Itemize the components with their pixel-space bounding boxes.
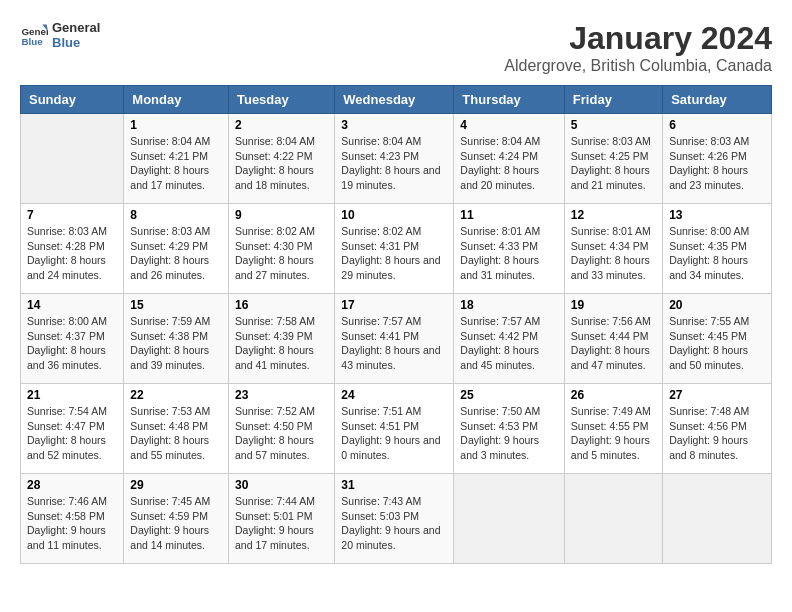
day-number: 2 [235,118,328,132]
calendar-cell: 20 Sunrise: 7:55 AM Sunset: 4:45 PM Dayl… [663,294,772,384]
daylight: Daylight: 9 hours and 0 minutes. [341,433,447,462]
sunrise: Sunrise: 7:58 AM [235,314,328,329]
sunset: Sunset: 4:50 PM [235,419,328,434]
daylight: Daylight: 8 hours and 24 minutes. [27,253,117,282]
day-number: 9 [235,208,328,222]
day-info: Sunrise: 8:01 AM Sunset: 4:34 PM Dayligh… [571,224,656,283]
page-subtitle: Aldergrove, British Columbia, Canada [504,57,772,75]
daylight: Daylight: 9 hours and 17 minutes. [235,523,328,552]
sunset: Sunset: 4:35 PM [669,239,765,254]
day-number: 19 [571,298,656,312]
calendar-cell: 17 Sunrise: 7:57 AM Sunset: 4:41 PM Dayl… [335,294,454,384]
title-area: January 2024 Aldergrove, British Columbi… [504,20,772,75]
daylight: Daylight: 8 hours and 18 minutes. [235,163,328,192]
day-info: Sunrise: 8:03 AM Sunset: 4:26 PM Dayligh… [669,134,765,193]
day-number: 31 [341,478,447,492]
day-number: 16 [235,298,328,312]
calendar-cell: 25 Sunrise: 7:50 AM Sunset: 4:53 PM Dayl… [454,384,565,474]
day-info: Sunrise: 8:03 AM Sunset: 4:25 PM Dayligh… [571,134,656,193]
col-wednesday: Wednesday [335,86,454,114]
day-number: 6 [669,118,765,132]
sunset: Sunset: 4:56 PM [669,419,765,434]
calendar-cell: 28 Sunrise: 7:46 AM Sunset: 4:58 PM Dayl… [21,474,124,564]
daylight: Daylight: 8 hours and 39 minutes. [130,343,222,372]
day-info: Sunrise: 7:46 AM Sunset: 4:58 PM Dayligh… [27,494,117,553]
calendar-cell: 31 Sunrise: 7:43 AM Sunset: 5:03 PM Dayl… [335,474,454,564]
daylight: Daylight: 9 hours and 14 minutes. [130,523,222,552]
day-info: Sunrise: 8:01 AM Sunset: 4:33 PM Dayligh… [460,224,558,283]
day-number: 29 [130,478,222,492]
daylight: Daylight: 8 hours and 34 minutes. [669,253,765,282]
sunset: Sunset: 4:31 PM [341,239,447,254]
calendar-cell: 1 Sunrise: 8:04 AM Sunset: 4:21 PM Dayli… [124,114,229,204]
day-number: 3 [341,118,447,132]
calendar-cell: 24 Sunrise: 7:51 AM Sunset: 4:51 PM Dayl… [335,384,454,474]
calendar-cell: 16 Sunrise: 7:58 AM Sunset: 4:39 PM Dayl… [228,294,334,384]
day-number: 24 [341,388,447,402]
sunrise: Sunrise: 7:54 AM [27,404,117,419]
header: General Blue General Blue January 2024 A… [20,20,772,75]
calendar-cell: 10 Sunrise: 8:02 AM Sunset: 4:31 PM Dayl… [335,204,454,294]
sunrise: Sunrise: 7:43 AM [341,494,447,509]
daylight: Daylight: 8 hours and 36 minutes. [27,343,117,372]
calendar-cell: 18 Sunrise: 7:57 AM Sunset: 4:42 PM Dayl… [454,294,565,384]
sunset: Sunset: 4:22 PM [235,149,328,164]
day-info: Sunrise: 7:53 AM Sunset: 4:48 PM Dayligh… [130,404,222,463]
page-title: January 2024 [504,20,772,57]
sunrise: Sunrise: 8:03 AM [571,134,656,149]
sunrise: Sunrise: 8:04 AM [130,134,222,149]
col-friday: Friday [564,86,662,114]
daylight: Daylight: 8 hours and 26 minutes. [130,253,222,282]
calendar-cell: 30 Sunrise: 7:44 AM Sunset: 5:01 PM Dayl… [228,474,334,564]
daylight: Daylight: 8 hours and 33 minutes. [571,253,656,282]
sunset: Sunset: 4:39 PM [235,329,328,344]
calendar-week-row: 21 Sunrise: 7:54 AM Sunset: 4:47 PM Dayl… [21,384,772,474]
day-number: 12 [571,208,656,222]
daylight: Daylight: 8 hours and 27 minutes. [235,253,328,282]
day-number: 25 [460,388,558,402]
sunset: Sunset: 4:34 PM [571,239,656,254]
day-info: Sunrise: 7:45 AM Sunset: 4:59 PM Dayligh… [130,494,222,553]
sunrise: Sunrise: 8:04 AM [341,134,447,149]
sunrise: Sunrise: 7:46 AM [27,494,117,509]
calendar-table: Sunday Monday Tuesday Wednesday Thursday… [20,85,772,564]
sunset: Sunset: 4:58 PM [27,509,117,524]
sunset: Sunset: 4:24 PM [460,149,558,164]
calendar-cell: 23 Sunrise: 7:52 AM Sunset: 4:50 PM Dayl… [228,384,334,474]
day-number: 22 [130,388,222,402]
calendar-cell [564,474,662,564]
calendar-cell: 27 Sunrise: 7:48 AM Sunset: 4:56 PM Dayl… [663,384,772,474]
calendar-week-row: 1 Sunrise: 8:04 AM Sunset: 4:21 PM Dayli… [21,114,772,204]
day-number: 8 [130,208,222,222]
day-info: Sunrise: 7:54 AM Sunset: 4:47 PM Dayligh… [27,404,117,463]
sunset: Sunset: 4:48 PM [130,419,222,434]
calendar-week-row: 28 Sunrise: 7:46 AM Sunset: 4:58 PM Dayl… [21,474,772,564]
sunrise: Sunrise: 8:00 AM [669,224,765,239]
sunset: Sunset: 4:29 PM [130,239,222,254]
calendar-cell: 8 Sunrise: 8:03 AM Sunset: 4:29 PM Dayli… [124,204,229,294]
sunrise: Sunrise: 8:03 AM [669,134,765,149]
day-info: Sunrise: 7:56 AM Sunset: 4:44 PM Dayligh… [571,314,656,373]
day-info: Sunrise: 8:00 AM Sunset: 4:35 PM Dayligh… [669,224,765,283]
sunset: Sunset: 4:28 PM [27,239,117,254]
logo-icon: General Blue [20,21,48,49]
sunrise: Sunrise: 8:00 AM [27,314,117,329]
daylight: Daylight: 8 hours and 52 minutes. [27,433,117,462]
sunset: Sunset: 4:33 PM [460,239,558,254]
calendar-cell: 11 Sunrise: 8:01 AM Sunset: 4:33 PM Dayl… [454,204,565,294]
calendar-header-row: Sunday Monday Tuesday Wednesday Thursday… [21,86,772,114]
day-number: 27 [669,388,765,402]
sunrise: Sunrise: 7:55 AM [669,314,765,329]
daylight: Daylight: 9 hours and 20 minutes. [341,523,447,552]
calendar-cell: 3 Sunrise: 8:04 AM Sunset: 4:23 PM Dayli… [335,114,454,204]
daylight: Daylight: 8 hours and 47 minutes. [571,343,656,372]
day-number: 5 [571,118,656,132]
daylight: Daylight: 8 hours and 19 minutes. [341,163,447,192]
calendar-cell: 21 Sunrise: 7:54 AM Sunset: 4:47 PM Dayl… [21,384,124,474]
sunrise: Sunrise: 8:03 AM [130,224,222,239]
calendar-cell [21,114,124,204]
day-info: Sunrise: 7:59 AM Sunset: 4:38 PM Dayligh… [130,314,222,373]
sunset: Sunset: 4:45 PM [669,329,765,344]
logo-blue: Blue [52,35,100,50]
sunset: Sunset: 4:26 PM [669,149,765,164]
